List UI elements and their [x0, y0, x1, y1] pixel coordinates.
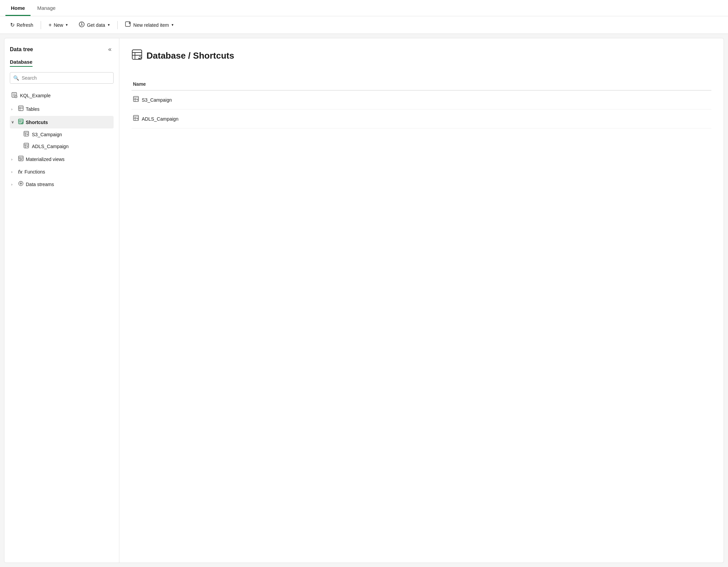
tree-item-s3-campaign[interactable]: S3_Campaign	[22, 128, 114, 140]
tree-section-root: KQL_Example	[10, 89, 114, 102]
tree-section-data-streams: › Data streams	[10, 178, 114, 190]
tree-item-kql-example[interactable]: KQL_Example	[10, 89, 114, 102]
adls-campaign-label: ADLS_Campaign	[32, 144, 68, 149]
tree-item-adls-campaign[interactable]: ADLS_Campaign	[22, 140, 114, 152]
tab-manage[interactable]: Manage	[32, 1, 61, 16]
get-data-chevron-icon: ▾	[108, 23, 110, 27]
svg-point-12	[21, 123, 22, 124]
search-input[interactable]	[10, 72, 114, 84]
main-content: Data tree « Database 🔍 KQL_Example	[0, 34, 728, 567]
tables-label: Tables	[26, 106, 39, 112]
tree-item-shortcuts[interactable]: ∨ Shortcuts	[10, 116, 114, 128]
content-table: Name	[132, 79, 711, 128]
left-panel: Data tree « Database 🔍 KQL_Example	[4, 38, 119, 563]
shortcuts-chevron-icon: ∨	[11, 120, 16, 124]
collapse-panel-button[interactable]: «	[106, 45, 114, 54]
adls-campaign-table-name: ADLS_Campaign	[142, 116, 178, 122]
kql-example-icon	[11, 92, 17, 99]
tables-chevron-icon: ›	[11, 107, 16, 111]
new-related-button[interactable]: New related item ▾	[120, 19, 178, 31]
functions-icon: fx	[18, 169, 22, 175]
right-panel: Database / Shortcuts Name	[119, 38, 724, 563]
tree-section-functions: › fx Functions	[10, 166, 114, 177]
new-related-icon	[125, 21, 131, 29]
materialized-views-chevron-icon: ›	[11, 157, 16, 161]
breadcrumb-title: Database / Shortcuts	[146, 50, 234, 61]
svg-rect-4	[19, 106, 23, 111]
s3-campaign-icon	[23, 131, 29, 138]
svg-point-31	[138, 58, 140, 59]
s3-campaign-table-name: S3_Campaign	[142, 97, 172, 103]
breadcrumb-icon	[132, 49, 142, 62]
get-data-button[interactable]: Get data ▾	[74, 19, 115, 31]
shortcuts-label: Shortcuts	[26, 120, 48, 125]
svg-rect-17	[24, 143, 29, 148]
materialized-views-icon	[18, 156, 24, 163]
functions-label: Functions	[24, 169, 45, 175]
toolbar-divider-2	[117, 21, 118, 29]
kql-example-label: KQL_Example	[20, 93, 51, 98]
new-related-chevron-icon: ▾	[172, 23, 174, 27]
adls-campaign-icon	[23, 143, 29, 150]
new-related-label: New related item	[133, 22, 169, 28]
svg-rect-32	[134, 97, 139, 102]
refresh-label: Refresh	[17, 22, 33, 28]
tables-icon	[18, 105, 24, 113]
new-chevron-icon: ▾	[66, 23, 68, 27]
materialized-views-label: Materialized views	[26, 157, 64, 162]
tree-item-materialized-views[interactable]: › Materialized views	[10, 153, 114, 165]
toolbar-divider-1	[41, 21, 41, 29]
table-row[interactable]: ADLS_Campaign	[132, 109, 711, 128]
svg-rect-27	[132, 50, 142, 59]
column-name-header: Name	[132, 79, 711, 90]
item-row-adls: ADLS_Campaign	[133, 115, 710, 123]
svg-rect-36	[134, 116, 139, 121]
data-streams-chevron-icon: ›	[11, 182, 16, 186]
new-button[interactable]: + New ▾	[44, 20, 73, 30]
shortcuts-icon	[18, 119, 24, 126]
breadcrumb-header: Database / Shortcuts	[132, 49, 711, 62]
tree-item-tables[interactable]: › Tables	[10, 103, 114, 115]
panel-title: Data tree	[10, 46, 33, 53]
tab-home[interactable]: Home	[5, 1, 31, 16]
search-icon: 🔍	[13, 75, 19, 81]
tree-item-data-streams[interactable]: › Data streams	[10, 178, 114, 190]
new-icon: +	[48, 22, 52, 28]
shortcuts-children: S3_Campaign ADLS_Campaign	[10, 128, 114, 152]
tree-section-shortcuts: ∨ Shortcuts	[10, 116, 114, 152]
toolbar: ↻ Refresh + New ▾ Get data ▾ New related…	[0, 16, 728, 34]
adls-campaign-table-icon	[133, 115, 139, 123]
search-container: 🔍	[10, 72, 114, 84]
data-streams-label: Data streams	[26, 182, 54, 187]
svg-point-26	[20, 183, 21, 184]
refresh-icon: ↻	[10, 22, 15, 28]
tree-section-tables: › Tables	[10, 103, 114, 115]
top-nav: Home Manage	[0, 0, 728, 16]
item-row-s3: S3_Campaign	[133, 96, 710, 104]
refresh-button[interactable]: ↻ Refresh	[5, 20, 38, 30]
panel-header: Data tree «	[10, 45, 114, 54]
svg-rect-21	[19, 156, 23, 161]
s3-campaign-label: S3_Campaign	[32, 132, 62, 137]
get-data-label: Get data	[87, 22, 105, 28]
database-tab[interactable]: Database	[10, 59, 33, 67]
get-data-icon	[79, 21, 85, 29]
svg-rect-13	[24, 131, 29, 136]
tree-section-materialized-views: › Materialized views	[10, 153, 114, 165]
functions-chevron-icon: ›	[11, 170, 16, 174]
table-row[interactable]: S3_Campaign	[132, 90, 711, 109]
new-label: New	[54, 22, 63, 28]
tree-item-functions[interactable]: › fx Functions	[10, 166, 114, 177]
s3-campaign-table-icon	[133, 96, 139, 104]
data-streams-icon	[18, 181, 24, 188]
